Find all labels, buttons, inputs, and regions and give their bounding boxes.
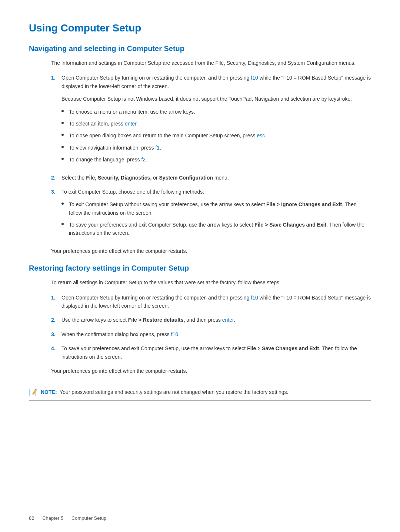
bullet-dot — [61, 134, 64, 136]
list-num: 1. — [51, 74, 61, 167]
item2-text: Select the File, Security, Diagnostics, … — [61, 175, 229, 181]
bullet-text: To exit Computer Setup without saving yo… — [69, 200, 371, 217]
footer-chapter-title: Computer Setup — [71, 515, 107, 521]
bullet-text: To save your preferences and exit Comput… — [69, 221, 371, 237]
section1-closing: Your preferences go into effect when the… — [51, 247, 371, 255]
list-num: 1. — [51, 294, 61, 310]
bullet-text: To choose a menu or a menu item, use the… — [69, 108, 195, 116]
list-item: 2. Use the arrow keys to select File > R… — [51, 316, 371, 324]
bullet-dot — [61, 146, 64, 148]
list-item: 3. When the confirmation dialog box open… — [51, 330, 371, 338]
bullet-item: To select an item, press enter. — [61, 120, 371, 128]
section2-title: Restoring factory settings in Computer S… — [29, 264, 371, 272]
list-content: When the confirmation dialog box opens, … — [61, 330, 371, 338]
bullet-item: To save your preferences and exit Comput… — [61, 221, 371, 237]
list-item: 2. Select the File, Security, Diagnostic… — [51, 174, 371, 182]
item1-text-before: Open Computer Setup by turning on or res… — [61, 75, 251, 81]
bullet-text: To change the language, press f2. — [69, 155, 147, 164]
list-content: Select the File, Security, Diagnostics, … — [61, 174, 371, 182]
list-content: Open Computer Setup by turning on or res… — [61, 74, 371, 167]
bold-file-save: File > Save Changes and Exit — [254, 222, 326, 228]
item2-bold1: File, Security, Diagnostics, — [86, 175, 151, 181]
bold-file-ignore: File > Ignore Changes and Exit — [266, 201, 342, 207]
s2-item3-text: When the confirmation dialog box opens, … — [61, 331, 180, 337]
link-f10: f10 — [251, 295, 258, 301]
footer-pagenum: 82 — [29, 515, 34, 521]
page-footer: 82 Chapter 5 Computer Setup — [29, 515, 107, 521]
item1-subtext: Because Computer Setup is not Windows-ba… — [61, 95, 371, 103]
bullet-dot — [61, 223, 64, 225]
bullet-text: To view navigation information, press f1… — [69, 144, 161, 152]
bullet-list: To choose a menu or a menu item, use the… — [61, 108, 371, 164]
link-enter: enter — [125, 121, 136, 127]
list-num: 3. — [51, 330, 61, 338]
bold-restore-defaults: File > Restore defaults, — [128, 317, 185, 323]
list-item: 1. Open Computer Setup by turning on or … — [51, 294, 371, 310]
item1-link-f10: f10 — [251, 75, 258, 81]
bullet-dot — [61, 122, 64, 124]
s2-item2-text: Use the arrow keys to select File > Rest… — [61, 317, 235, 323]
page-title: Using Computer Setup — [29, 22, 371, 34]
list-item: 1. Open Computer Setup by turning on or … — [51, 74, 371, 167]
list-num: 2. — [51, 316, 61, 324]
link-f1: f1 — [155, 145, 160, 151]
section1-title: Navigating and selecting in Computer Set… — [29, 44, 371, 53]
note-box: 📝 NOTE: Your password settings and secur… — [29, 384, 371, 401]
list-item: 3. To exit Computer Setup, choose one of… — [51, 188, 371, 241]
section2-closing: Your preferences go into effect when the… — [51, 367, 371, 375]
list-content: To save your preferences and exit Comput… — [61, 344, 371, 361]
bullet-text: To close open dialog boxes and return to… — [69, 131, 266, 140]
section2-list: 1. Open Computer Setup by turning on or … — [51, 294, 371, 361]
note-label: NOTE: — [41, 389, 57, 395]
item2-bold2: System Configuration — [159, 175, 213, 181]
link-esc: esc — [257, 133, 265, 138]
list-content: Use the arrow keys to select File > Rest… — [61, 316, 371, 324]
s2-item4-text: To save your preferences and exit Comput… — [61, 345, 357, 359]
list-num: 2. — [51, 174, 61, 182]
section-restoring: Restoring factory settings in Computer S… — [29, 264, 371, 401]
page-container: Using Computer Setup Navigating and sele… — [0, 0, 400, 430]
link-enter2: enter — [222, 317, 234, 323]
bullet-dot — [61, 158, 64, 160]
note-content: NOTE: Your password settings and securit… — [41, 388, 288, 396]
bullet-item: To change the language, press f2. — [61, 155, 371, 164]
list-item: 4. To save your preferences and exit Com… — [51, 344, 371, 361]
bullet-dot — [61, 203, 64, 205]
bullet-item: To exit Computer Setup without saving yo… — [61, 200, 371, 217]
bullet-list: To exit Computer Setup without saving yo… — [61, 200, 371, 237]
list-content: Open Computer Setup by turning on or res… — [61, 294, 371, 310]
list-num: 3. — [51, 188, 61, 241]
bullet-item: To view navigation information, press f1… — [61, 144, 371, 152]
note-icon: 📝 — [29, 388, 37, 397]
section-navigating: Navigating and selecting in Computer Set… — [29, 44, 371, 255]
list-num: 4. — [51, 344, 61, 361]
bold-file-save-2: File > Save Changes and Exit — [247, 345, 319, 351]
link-f10-2: f10 — [171, 331, 178, 337]
footer-chapter: Chapter 5 — [42, 515, 63, 521]
bullet-item: To close open dialog boxes and return to… — [61, 131, 371, 140]
bullet-item: To choose a menu or a menu item, use the… — [61, 108, 371, 116]
list-content: To exit Computer Setup, choose one of th… — [61, 188, 371, 241]
s2-item1-text: Open Computer Setup by turning on or res… — [61, 295, 371, 309]
note-text: Your password settings and security sett… — [58, 389, 288, 395]
section1-list: 1. Open Computer Setup by turning on or … — [51, 74, 371, 241]
item3-text: To exit Computer Setup, choose one of th… — [61, 189, 204, 195]
section1-intro: The information and settings in Computer… — [51, 59, 371, 67]
bullet-dot — [61, 110, 64, 112]
bullet-text: To select an item, press enter. — [69, 120, 138, 128]
link-f2: f2 — [141, 157, 146, 163]
section2-intro: To return all settings in Computer Setup… — [51, 278, 371, 287]
